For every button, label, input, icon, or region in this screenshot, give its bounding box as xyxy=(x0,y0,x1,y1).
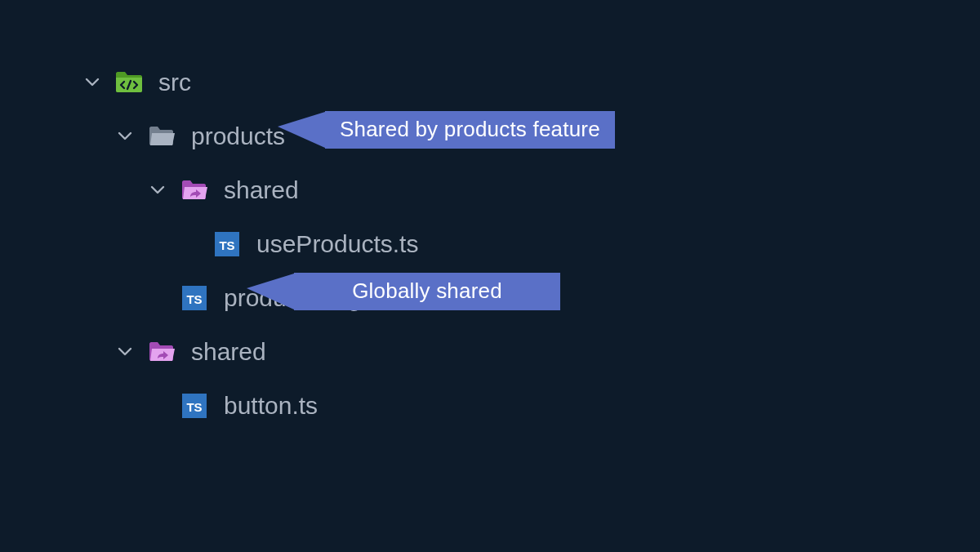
chevron-down-icon[interactable] xyxy=(114,341,136,363)
tree-label: shared xyxy=(224,176,299,204)
tree-item-products-shared[interactable]: shared xyxy=(82,163,980,217)
chevron-down-icon[interactable] xyxy=(82,72,103,93)
callout-tail-icon xyxy=(278,112,325,148)
callout-global-shared: Globally shared xyxy=(247,273,560,310)
callout-text: Globally shared xyxy=(294,273,560,310)
typescript-file-icon xyxy=(212,229,242,259)
callout-products-shared: Shared by products feature xyxy=(278,111,615,149)
tree-item-useproducts[interactable]: useProducts.ts xyxy=(82,217,980,271)
chevron-down-icon[interactable] xyxy=(114,126,136,147)
tree-label: products xyxy=(191,122,285,150)
tree-item-button[interactable]: button.ts xyxy=(82,379,980,433)
file-tree: src products shared useProducts.ts produ… xyxy=(0,0,980,433)
tree-label: src xyxy=(158,69,191,96)
callout-text: Shared by products feature xyxy=(325,111,615,149)
folder-open-icon xyxy=(147,122,176,151)
chevron-down-icon[interactable] xyxy=(147,180,168,201)
typescript-file-icon xyxy=(180,391,209,421)
tree-item-global-shared[interactable]: shared xyxy=(82,325,980,379)
folder-src-icon xyxy=(114,68,144,97)
tree-item-src[interactable]: src xyxy=(82,56,980,109)
tree-label: shared xyxy=(191,338,266,366)
typescript-file-icon xyxy=(180,283,209,313)
folder-shared-icon xyxy=(180,176,209,205)
tree-label: useProducts.ts xyxy=(256,230,418,258)
callout-tail-icon xyxy=(247,274,294,309)
folder-shared-icon xyxy=(147,337,176,367)
tree-label: button.ts xyxy=(224,392,318,420)
